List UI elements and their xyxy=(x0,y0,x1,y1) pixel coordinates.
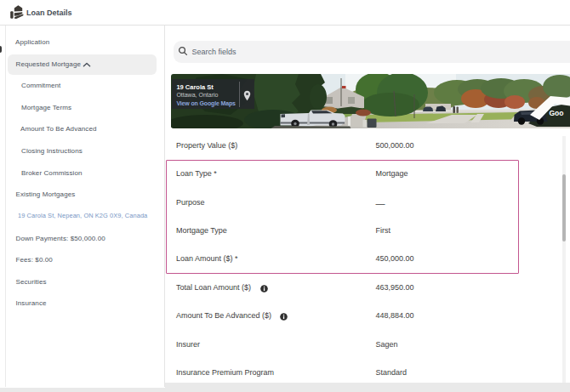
svg-text:Goo: Goo xyxy=(550,108,564,116)
